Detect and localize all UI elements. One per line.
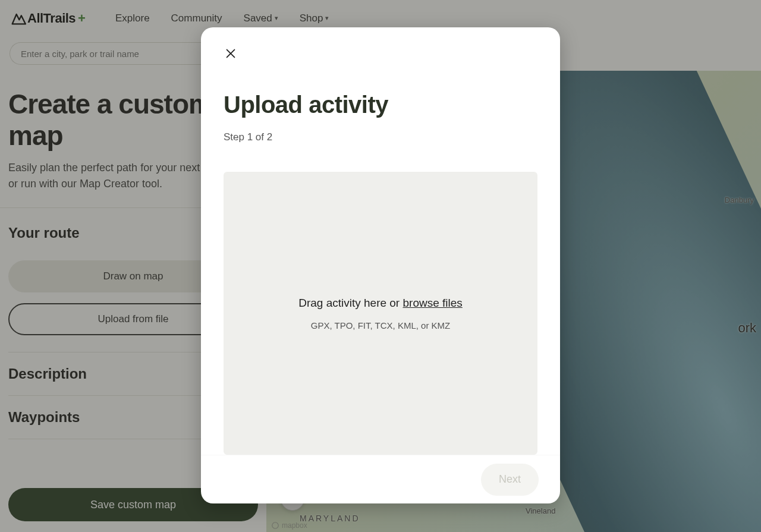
modal-step-indicator: Step 1 of 2: [224, 131, 537, 143]
modal-close-button[interactable]: [222, 45, 239, 62]
next-button[interactable]: Next: [481, 464, 539, 496]
browse-files-link[interactable]: browse files: [402, 297, 462, 309]
modal-body: Upload activity Step 1 of 2 Drag activit…: [201, 27, 560, 455]
dropzone-prefix: Drag activity here or: [298, 297, 402, 309]
dropzone-formats: GPX, TPO, FIT, TCX, KML, or KMZ: [311, 320, 451, 330]
modal-footer: Next: [201, 455, 560, 503]
file-dropzone[interactable]: Drag activity here or browse files GPX, …: [224, 172, 537, 455]
upload-activity-modal: Upload activity Step 1 of 2 Drag activit…: [201, 27, 560, 503]
modal-title: Upload activity: [224, 92, 537, 118]
close-icon: [224, 47, 237, 60]
dropzone-text: Drag activity here or browse files: [298, 297, 463, 310]
